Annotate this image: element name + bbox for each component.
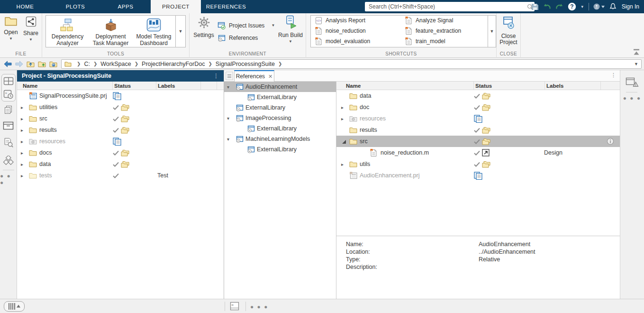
collapse-icon[interactable]: ▾ — [227, 137, 235, 142]
search-input[interactable] — [365, 3, 525, 10]
expand-icon[interactable]: ▸ — [21, 116, 29, 121]
project-checks-icon[interactable] — [626, 76, 639, 88]
tab-list-icon[interactable] — [226, 72, 233, 80]
expand-icon[interactable]: ▸ — [341, 105, 349, 110]
breadcrumb-segment-signalprocessingsuite[interactable]: SignalProcessingSuite — [216, 61, 275, 67]
project-row-docs[interactable]: ▸docs — [17, 147, 224, 158]
open-in-explorer-icon[interactable] — [49, 61, 57, 67]
project-issues-button[interactable]: Project Issues ▼ — [217, 21, 275, 29]
sign-in-link[interactable]: Sign In — [622, 3, 639, 10]
shortcuts-gallery-dropdown[interactable]: ▼ — [488, 15, 496, 47]
reference-node-audioenhancement[interactable]: ▾AudioEnhancement — [224, 82, 336, 92]
more-panels-icon[interactable]: ● ● ● — [623, 95, 641, 101]
project-column-headers[interactable]: Name Status Labels — [17, 82, 224, 90]
files-icon[interactable] — [4, 105, 13, 114]
expand-icon[interactable]: ▸ — [21, 150, 29, 156]
run-build-button[interactable]: Run Build ▼ — [278, 15, 303, 44]
tools-gallery-dropdown[interactable]: ▼ — [176, 15, 186, 47]
reference-node-externallibrary[interactable]: ExternalLibrary — [224, 123, 336, 134]
breadcrumb-segment-workspace[interactable]: WorkSpace — [100, 61, 131, 67]
command-history-icon[interactable]: » — [3, 90, 14, 99]
reference-node-externallibrary[interactable]: ExternalLibrary — [224, 92, 336, 102]
expand-icon[interactable]: ▸ — [21, 139, 29, 144]
shortcut-noise-reduction[interactable]: noise_reduction — [315, 26, 370, 36]
back-icon[interactable] — [4, 61, 12, 67]
help-icon[interactable]: ? — [568, 2, 576, 11]
reference-row-audioenhancement-prj[interactable]: AudioEnhancement.prj — [336, 170, 620, 181]
shortcut-analysis-report[interactable]: </>Analysis Report — [315, 15, 370, 26]
collapse-icon[interactable] — [341, 139, 349, 144]
menu-tab-apps[interactable]: APPS — [100, 0, 151, 13]
up-one-level-icon[interactable] — [27, 61, 35, 67]
layout-icon[interactable] — [3, 77, 14, 85]
shortcut-analyze-signal[interactable]: Analyze Signal — [405, 15, 461, 26]
reference-row-src[interactable]: src — [336, 136, 620, 147]
menu-tab-plots[interactable]: PLOTS — [50, 0, 100, 13]
restore-panel-button[interactable] — [4, 301, 25, 312]
breadcrumb-segment-c[interactable]: C: — [84, 61, 90, 67]
shortcut-train-model[interactable]: train_model — [405, 36, 461, 46]
tool-dependency-analyzer[interactable]: Dependency Analyzer — [46, 16, 89, 47]
reference-row-results[interactable]: results — [336, 124, 620, 136]
reference-node-imageprocessing[interactable]: ▾ImageProcessing — [224, 113, 336, 123]
save-icon[interactable] — [531, 3, 539, 10]
new-folder-icon[interactable] — [38, 61, 46, 67]
undo-icon[interactable] — [543, 3, 551, 10]
breadcrumb[interactable]: ❯C:❯WorkSpace❯ProjectHierarchyForDoc❯Sig… — [61, 59, 642, 69]
project-row-src[interactable]: ▸src — [17, 113, 224, 124]
more-status-icon[interactable]: ● ● ● — [250, 304, 268, 310]
project-row-data[interactable]: ▸data — [17, 158, 224, 170]
reference-node-externallibrary[interactable]: ExternalLibrary — [224, 102, 336, 113]
reference-node-machinelearningmodels[interactable]: ▾MachineLearningModels — [224, 134, 336, 144]
expand-icon[interactable]: ▸ — [341, 162, 349, 167]
menu-tab-references[interactable]: REFERENCES — [201, 0, 251, 13]
reference-row-doc[interactable]: ▸doc — [336, 101, 620, 113]
breadcrumb-segment-projecthierarchyfordoc[interactable]: ProjectHierarchyForDoc — [142, 61, 205, 67]
share-button[interactable]: Share ▼ — [22, 16, 40, 42]
close-project-button[interactable]: Close Project — [498, 16, 519, 46]
expand-icon[interactable]: ▸ — [21, 105, 29, 110]
expand-icon[interactable]: ▸ — [341, 116, 349, 121]
expand-icon[interactable]: ▸ — [21, 128, 29, 133]
open-button[interactable]: Open ▼ — [2, 16, 20, 41]
references-button[interactable]: References — [217, 34, 258, 42]
forward-icon[interactable] — [15, 61, 23, 67]
project-row-resources[interactable]: ▸resources — [17, 136, 224, 147]
reference-row-utils[interactable]: ▸utils — [336, 158, 620, 170]
close-tab-icon[interactable]: ✕ — [268, 74, 272, 80]
tool-model-testing-dashboard[interactable]: Model Testing Dashboard — [132, 16, 175, 47]
shortcut-model-evaluation[interactable]: model_evaluation — [315, 36, 370, 46]
profile-icon[interactable] — [593, 3, 605, 10]
redo-icon[interactable] — [555, 3, 563, 10]
project-files-icon[interactable] — [3, 121, 14, 130]
info-icon[interactable] — [607, 138, 614, 145]
shortcut-feature-extraction[interactable]: feature_extraction — [405, 26, 461, 36]
project-row-results[interactable]: ▸results — [17, 124, 224, 136]
reference-column-headers[interactable]: Name Status Labels — [336, 82, 620, 90]
project-row-tests[interactable]: ▸testsTest — [17, 170, 224, 181]
expand-icon[interactable]: ▸ — [21, 162, 29, 167]
find-files-icon[interactable] — [4, 138, 13, 147]
command-window-panel-icon[interactable]: » — [230, 302, 239, 311]
reference-row-data[interactable]: data — [336, 90, 620, 101]
reference-row-noise-reduction-m[interactable]: noise_reduction.mDesign — [336, 147, 620, 158]
tab-references[interactable]: References ✕ — [234, 70, 274, 82]
tool-deployment-task-manager[interactable]: Deployment Task Manager — [89, 16, 132, 47]
collapse-icon[interactable]: ▾ — [227, 116, 235, 121]
expand-icon[interactable]: ▸ — [21, 173, 29, 178]
project-row-signalprocessingsuite-prj[interactable]: SignalProcessingSuite.prj — [17, 90, 224, 101]
more-tools-icon[interactable]: ● ● ● — [0, 173, 17, 186]
help-dropdown-icon[interactable]: ▼ — [581, 5, 584, 9]
menu-tab-home[interactable]: HOME — [0, 0, 50, 13]
reference-row-resources[interactable]: ▸resources — [336, 113, 620, 124]
project-row-utilities[interactable]: ▸utilities — [17, 101, 224, 113]
panel-menu-icon[interactable]: ⋮ — [213, 73, 219, 79]
breadcrumb-dropdown-icon[interactable]: ▼ — [634, 62, 638, 66]
dependencies-icon[interactable] — [3, 156, 14, 166]
tabstrip-menu-icon[interactable]: ⋮ — [611, 72, 616, 78]
settings-button[interactable]: Settings — [193, 16, 214, 38]
reference-node-externallibrary[interactable]: ExternalLibrary — [224, 144, 336, 155]
collapse-ribbon-icon[interactable] — [633, 48, 640, 55]
menu-tab-project[interactable]: PROJECT — [151, 0, 201, 13]
collapse-icon[interactable]: ▾ — [227, 84, 235, 90]
